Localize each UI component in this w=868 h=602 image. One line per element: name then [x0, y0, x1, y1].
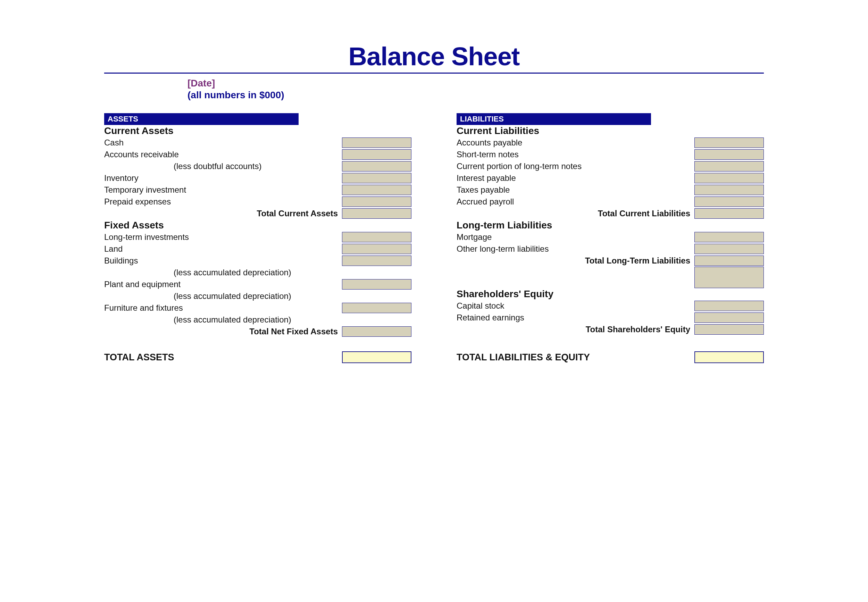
- item-label: Short-term notes: [456, 150, 694, 159]
- current-liabilities-title: Current Liabilities: [456, 125, 764, 137]
- item-label: Capital stock: [456, 301, 694, 311]
- title-underline: [104, 72, 764, 74]
- balance-sheet-document: Balance Sheet [Date] (all numbers in $00…: [0, 0, 868, 433]
- subtotal-row: Total Net Fixed Assets: [104, 326, 412, 338]
- total-liabilities-equity-cell[interactable]: [694, 351, 764, 363]
- line-item: Inventory: [104, 172, 412, 184]
- line-item: (less accumulated depreciation): [104, 290, 412, 302]
- line-item: Long-term investments: [104, 231, 412, 243]
- item-label: Other long-term liabilities: [456, 244, 694, 254]
- equity-title: Shareholders' Equity: [456, 289, 764, 299]
- value-cell[interactable]: [694, 267, 764, 288]
- item-label: Plant and equipment: [104, 280, 342, 289]
- value-cell[interactable]: [342, 303, 412, 313]
- item-label: Inventory: [104, 173, 342, 183]
- item-label: (less doubtful accounts): [104, 161, 342, 171]
- item-label: Accounts receivable: [104, 150, 342, 159]
- value-cell[interactable]: [694, 208, 764, 219]
- item-label: Accounts payable: [456, 138, 694, 147]
- value-cell[interactable]: [694, 312, 764, 323]
- value-cell[interactable]: [342, 137, 412, 148]
- value-cell[interactable]: [342, 161, 412, 172]
- subtotal-label: Total Net Fixed Assets: [104, 327, 342, 336]
- value-cell[interactable]: [342, 255, 412, 266]
- line-item: Land: [104, 243, 412, 255]
- total-assets-label: TOTAL ASSETS: [104, 352, 342, 363]
- value-cell[interactable]: [342, 197, 412, 207]
- assets-column: ASSETS Current Assets Cash Accounts rece…: [104, 113, 412, 338]
- value-cell[interactable]: [694, 301, 764, 311]
- spacer-row: [456, 267, 764, 288]
- item-label: Furniture and fixtures: [104, 303, 342, 313]
- value-cell[interactable]: [342, 232, 412, 242]
- value-cell[interactable]: [342, 208, 412, 219]
- item-label: Taxes payable: [456, 185, 694, 195]
- line-item: Prepaid expenses: [104, 196, 412, 207]
- subtotal-label: Total Current Assets: [104, 209, 342, 218]
- value-cell[interactable]: [342, 244, 412, 254]
- value-cell[interactable]: [342, 149, 412, 160]
- liabilities-column: LIABILITIES Current Liabilities Accounts…: [456, 113, 764, 338]
- date-placeholder: [Date]: [187, 77, 764, 89]
- item-label: Prepaid expenses: [104, 197, 342, 207]
- value-cell[interactable]: [342, 279, 412, 290]
- subtotal-label: Total Shareholders' Equity: [456, 325, 694, 334]
- subtotal-row: Total Shareholders' Equity: [456, 324, 764, 335]
- line-item: Short-term notes: [456, 149, 764, 160]
- assets-header: ASSETS: [104, 113, 299, 125]
- value-cell[interactable]: [694, 197, 764, 207]
- line-item: Capital stock: [456, 300, 764, 312]
- line-item: Cash: [104, 137, 412, 149]
- meta-block: [Date] (all numbers in $000): [187, 77, 764, 101]
- line-item: Taxes payable: [456, 184, 764, 196]
- line-item: Accrued payroll: [456, 196, 764, 207]
- total-liabilities-equity-row: TOTAL LIABILITIES & EQUITY: [456, 351, 764, 363]
- line-item: (less accumulated depreciation): [104, 314, 412, 326]
- line-item: Other long-term liabilities: [456, 243, 764, 255]
- item-label: Buildings: [104, 256, 342, 266]
- subtotal-row: Total Current Assets: [104, 207, 412, 220]
- line-item: (less doubtful accounts): [104, 160, 412, 172]
- value-cell[interactable]: [694, 185, 764, 195]
- item-label: Accrued payroll: [456, 197, 694, 207]
- fixed-assets-title: Fixed Assets: [104, 220, 412, 231]
- line-item: Buildings: [104, 255, 412, 267]
- item-label: (less accumulated depreciation): [104, 291, 342, 301]
- subtotal-row: Total Current Liabilities: [456, 207, 764, 220]
- subtotal-label: Total Current Liabilities: [456, 209, 694, 218]
- value-cell[interactable]: [694, 137, 764, 148]
- line-item: Mortgage: [456, 231, 764, 243]
- item-label: Interest payable: [456, 173, 694, 183]
- longterm-liabilities-title: Long-term Liabilities: [456, 220, 764, 231]
- line-item: Accounts payable: [456, 137, 764, 149]
- value-cell[interactable]: [694, 161, 764, 172]
- value-cell[interactable]: [694, 232, 764, 242]
- value-cell[interactable]: [342, 185, 412, 195]
- value-cell[interactable]: [694, 244, 764, 254]
- value-cell[interactable]: [694, 149, 764, 160]
- subtotal-row: Total Long-Term Liabilities: [456, 255, 764, 267]
- value-cell[interactable]: [694, 255, 764, 266]
- value-cell[interactable]: [342, 326, 412, 337]
- item-label: Retained earnings: [456, 313, 694, 322]
- total-liabilities-equity-label: TOTAL LIABILITIES & EQUITY: [456, 352, 694, 363]
- line-item: Interest payable: [456, 172, 764, 184]
- item-label: Temporary investment: [104, 185, 342, 195]
- item-label: Long-term investments: [104, 232, 342, 242]
- current-assets-title: Current Assets: [104, 125, 412, 137]
- item-label: Land: [104, 244, 342, 254]
- total-assets-row: TOTAL ASSETS: [104, 351, 412, 363]
- liabilities-header: LIABILITIES: [456, 113, 651, 125]
- line-item: (less accumulated depreciation): [104, 267, 412, 278]
- line-item: Plant and equipment: [104, 278, 412, 290]
- units-note: (all numbers in $000): [187, 89, 764, 101]
- value-cell[interactable]: [342, 173, 412, 183]
- value-cell[interactable]: [694, 173, 764, 183]
- value-cell[interactable]: [694, 324, 764, 335]
- line-item: Accounts receivable: [104, 149, 412, 160]
- total-assets-cell[interactable]: [342, 351, 412, 363]
- line-item: Temporary investment: [104, 184, 412, 196]
- item-label: (less accumulated depreciation): [104, 268, 342, 277]
- line-item: Retained earnings: [456, 312, 764, 324]
- item-label: Current portion of long-term notes: [456, 161, 694, 171]
